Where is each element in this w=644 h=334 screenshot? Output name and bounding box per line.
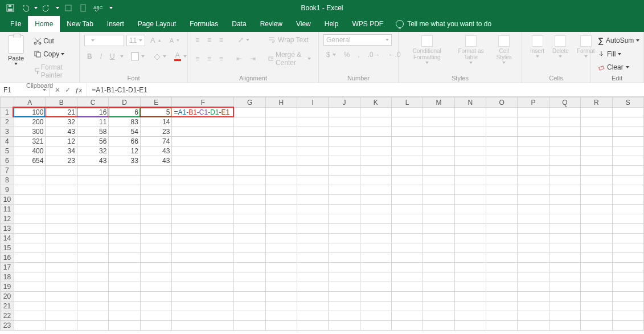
cell[interactable] bbox=[581, 282, 612, 292]
cell[interactable] bbox=[14, 302, 46, 311]
cell[interactable] bbox=[360, 214, 391, 224]
cell[interactable] bbox=[392, 137, 423, 146]
undo-dropdown-icon[interactable] bbox=[34, 7, 38, 9]
cell[interactable]: 6 bbox=[109, 108, 141, 117]
row-header[interactable]: 21 bbox=[1, 302, 14, 311]
cell[interactable] bbox=[392, 321, 423, 331]
cell[interactable] bbox=[140, 311, 172, 321]
cell[interactable] bbox=[454, 205, 486, 214]
cell[interactable] bbox=[486, 234, 518, 243]
cell[interactable] bbox=[549, 321, 580, 331]
cell[interactable] bbox=[46, 311, 77, 321]
cell[interactable] bbox=[486, 146, 518, 156]
editing-cell[interactable]: =A1-B1-C1-D1-E1 bbox=[172, 108, 234, 117]
paste-dropdown-icon[interactable] bbox=[14, 63, 18, 65]
cell[interactable] bbox=[612, 117, 644, 127]
cell[interactable] bbox=[549, 311, 580, 321]
cell[interactable] bbox=[46, 176, 77, 185]
cell[interactable] bbox=[77, 302, 109, 311]
cell[interactable]: 5 bbox=[140, 108, 172, 117]
cell[interactable] bbox=[234, 156, 265, 166]
cell[interactable] bbox=[265, 117, 297, 127]
cell[interactable] bbox=[329, 272, 360, 282]
cell[interactable] bbox=[297, 263, 329, 272]
cell[interactable] bbox=[423, 156, 454, 166]
cell[interactable] bbox=[360, 146, 391, 156]
cell[interactable] bbox=[423, 146, 454, 156]
cell[interactable] bbox=[612, 137, 644, 146]
cell[interactable] bbox=[454, 311, 486, 321]
undo-icon[interactable] bbox=[19, 2, 31, 14]
font-size-combo[interactable]: 11 bbox=[126, 35, 145, 46]
cell[interactable] bbox=[172, 253, 234, 263]
cell[interactable] bbox=[549, 146, 580, 156]
cell[interactable] bbox=[234, 272, 265, 282]
cell[interactable] bbox=[329, 108, 360, 117]
italic-button[interactable]: I bbox=[97, 51, 105, 62]
tab-file[interactable]: File bbox=[3, 16, 28, 32]
cell[interactable] bbox=[265, 185, 297, 195]
cell[interactable] bbox=[423, 185, 454, 195]
row-header[interactable]: 17 bbox=[1, 263, 14, 272]
cell[interactable] bbox=[140, 185, 172, 195]
cell[interactable]: 23 bbox=[140, 127, 172, 137]
underline-button[interactable]: U bbox=[107, 51, 118, 62]
cell[interactable] bbox=[297, 234, 329, 243]
cell[interactable] bbox=[612, 156, 644, 166]
column-header[interactable]: K bbox=[360, 97, 391, 108]
cell[interactable] bbox=[581, 146, 612, 156]
cell[interactable] bbox=[581, 311, 612, 321]
cell[interactable] bbox=[392, 156, 423, 166]
cell[interactable] bbox=[329, 156, 360, 166]
cell[interactable] bbox=[581, 253, 612, 263]
cell[interactable]: 321 bbox=[14, 137, 46, 146]
merge-center-button[interactable]: Merge & Center bbox=[265, 49, 314, 68]
cell[interactable] bbox=[518, 214, 549, 224]
cell[interactable] bbox=[172, 185, 234, 195]
tell-me[interactable]: Tell me what you want to do bbox=[396, 16, 491, 32]
cell[interactable] bbox=[581, 176, 612, 185]
cell[interactable] bbox=[234, 127, 265, 137]
cell[interactable] bbox=[109, 292, 141, 302]
cell[interactable] bbox=[392, 117, 423, 127]
cell[interactable] bbox=[265, 176, 297, 185]
cell[interactable] bbox=[265, 272, 297, 282]
format-as-table-button[interactable]: Format as Table bbox=[453, 34, 489, 65]
cell[interactable] bbox=[612, 224, 644, 234]
redo-dropdown-icon[interactable] bbox=[56, 7, 59, 9]
cell[interactable] bbox=[265, 311, 297, 321]
cell[interactable] bbox=[265, 205, 297, 214]
cell[interactable] bbox=[360, 166, 391, 176]
cell[interactable] bbox=[234, 214, 265, 224]
cell[interactable] bbox=[297, 185, 329, 195]
delete-cells-button[interactable]: Delete bbox=[549, 34, 572, 59]
cell[interactable] bbox=[581, 224, 612, 234]
cell[interactable] bbox=[172, 117, 234, 127]
cell[interactable] bbox=[486, 108, 518, 117]
cell[interactable] bbox=[454, 137, 486, 146]
cell[interactable] bbox=[329, 243, 360, 253]
cell[interactable] bbox=[265, 253, 297, 263]
cell[interactable] bbox=[392, 214, 423, 224]
cell-styles-button[interactable]: Cell Styles bbox=[491, 34, 517, 65]
cell[interactable] bbox=[454, 108, 486, 117]
cell[interactable]: 16 bbox=[77, 108, 109, 117]
cell[interactable] bbox=[581, 205, 612, 214]
cell[interactable] bbox=[140, 272, 172, 282]
cell[interactable]: 74 bbox=[140, 137, 172, 146]
cell[interactable] bbox=[454, 166, 486, 176]
cell[interactable] bbox=[392, 224, 423, 234]
cell[interactable] bbox=[265, 321, 297, 331]
cell[interactable] bbox=[234, 234, 265, 243]
cell[interactable] bbox=[612, 185, 644, 195]
cell[interactable] bbox=[454, 156, 486, 166]
cell[interactable] bbox=[454, 146, 486, 156]
cell[interactable] bbox=[234, 263, 265, 272]
row-header[interactable]: 7 bbox=[1, 166, 14, 176]
cell[interactable] bbox=[140, 214, 172, 224]
cell[interactable] bbox=[518, 127, 549, 137]
cell[interactable] bbox=[360, 282, 391, 292]
cell[interactable] bbox=[14, 263, 46, 272]
cell[interactable] bbox=[77, 311, 109, 321]
row-header[interactable]: 19 bbox=[1, 282, 14, 292]
